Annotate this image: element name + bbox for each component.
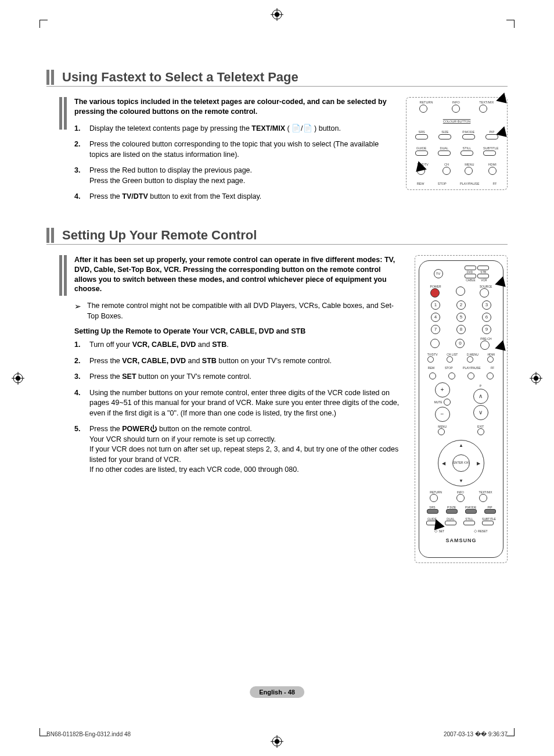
- side-bars-icon: [59, 97, 67, 130]
- crop-mark: [39, 20, 48, 28]
- stop-button-icon: [448, 372, 455, 379]
- tv-mode-button: TV: [434, 269, 443, 278]
- step-1: Turn off your VCR, CABLE, DVD and STB.: [74, 340, 403, 350]
- pmode-button-icon: [462, 134, 475, 139]
- print-footer: BN68-01182B-Eng-0312.indd 48 2007-03-13 …: [46, 731, 508, 737]
- svg-point-15: [534, 376, 538, 381]
- info-button-icon: [456, 494, 465, 502]
- step-4: Using the number buttons on your remote …: [74, 388, 403, 419]
- registration-mark-icon: [271, 8, 283, 21]
- cable-mode-button: [465, 274, 476, 278]
- section2-body: After it has been set up properly, your …: [46, 255, 508, 563]
- menu-button-icon: [465, 167, 473, 175]
- hdmi-button-icon: [487, 356, 494, 363]
- step-3: Press the SET button on your TV's remote…: [74, 372, 403, 382]
- prech-button-icon: [480, 341, 490, 350]
- step-2: Press the VCR, CABLE, DVD and STB button…: [74, 356, 403, 367]
- dual-button-icon: [445, 521, 456, 525]
- source-button-icon: [480, 288, 489, 298]
- num-9: 9: [482, 325, 491, 334]
- dmenu-button-icon: [467, 356, 473, 363]
- remote-snippet-figure: RETURN INFO TEXT/MIX COLOUR BUTTON SRS S…: [406, 97, 508, 208]
- guide-button-icon: [415, 151, 428, 156]
- pmode-button-icon: [465, 509, 477, 514]
- remote-body: TV DVDSTB CABLEVCR POWER SOURCE 123: [419, 260, 503, 558]
- heading-text: Setting Up Your Remote Control: [62, 228, 257, 243]
- power-button-icon: [430, 288, 440, 298]
- remote-full-figure: TV DVDSTB CABLEVCR POWER SOURCE 123: [415, 255, 508, 563]
- svg-point-3: [275, 12, 279, 17]
- enter-ok-button: ENTER /OK: [452, 454, 470, 472]
- num-5: 5: [456, 313, 466, 322]
- section1-intro: The various topics included in the telet…: [74, 97, 394, 117]
- srs-button-icon: [415, 134, 428, 139]
- ff-button-icon: [487, 372, 494, 379]
- num-1: 1: [431, 300, 440, 310]
- section2-steps: Turn off your VCR, CABLE, DVD and STB. P…: [74, 340, 403, 475]
- textmix-button-icon: [479, 494, 487, 502]
- vol-up-button: +: [435, 382, 450, 397]
- exit-button-icon: [477, 428, 484, 435]
- registration-mark-icon: [12, 372, 24, 385]
- still-button-icon: [463, 521, 475, 525]
- return-button-icon: [419, 105, 427, 113]
- info-button-icon: [452, 105, 460, 113]
- rew-button-icon: [429, 372, 436, 379]
- footer-left: BN68-01182B-Eng-0312.indd 48: [46, 731, 131, 737]
- chlist-button-icon: [447, 356, 453, 363]
- dash-button-icon: [430, 339, 440, 348]
- psize-button-icon: [446, 509, 458, 514]
- section1-body: The various topics included in the telet…: [46, 97, 508, 208]
- step-2: Press the coloured button corresponding …: [74, 139, 394, 160]
- srs-button-icon: [427, 509, 438, 514]
- num-6: 6: [482, 313, 491, 322]
- svg-point-7: [275, 739, 279, 744]
- stb-mode-button: [477, 266, 489, 270]
- textmix-button-icon: [479, 105, 487, 113]
- button-icon: [456, 286, 465, 296]
- colour-button-label: COLOUR BUTTON: [410, 120, 503, 124]
- step-1: Display the teletext contents page by pr…: [74, 124, 394, 134]
- section2-intro: After it has been set up properly, your …: [74, 255, 403, 295]
- brand-logo: SAMSUNG: [445, 538, 476, 543]
- subtitle-button-icon: [482, 521, 494, 525]
- dpad: ▲ ▼ ◀ ▶ ENTER /OK: [438, 440, 484, 486]
- mute-button-icon: [444, 399, 451, 406]
- ch-button-icon: [443, 167, 451, 175]
- size-button-icon: [438, 134, 451, 139]
- ch-down-button: ∨: [473, 405, 488, 420]
- compatibility-note: ➢ The remote control might not be compat…: [74, 301, 403, 321]
- num-0: 0: [455, 339, 465, 348]
- ch-up-button: ∧: [473, 389, 488, 404]
- num-8: 8: [456, 325, 466, 334]
- return-button-icon: [430, 494, 438, 502]
- vcr-mode-button: [477, 274, 489, 278]
- arrow-left-icon: ◀: [442, 460, 445, 465]
- num-4: 4: [431, 313, 440, 322]
- arrow-up-icon: ▲: [459, 443, 463, 448]
- section-heading-remote-setup: Setting Up Your Remote Control: [46, 228, 508, 245]
- step-5: Press the POWER⏻ button on the remote co…: [74, 424, 403, 475]
- registration-mark-icon: [530, 372, 542, 385]
- num-3: 3: [482, 300, 491, 310]
- crop-mark: [506, 20, 515, 28]
- play-button-icon: [467, 372, 474, 379]
- menu-button-icon: [438, 428, 445, 435]
- tvdtv-button-icon: [427, 356, 434, 363]
- still-button-icon: [461, 151, 473, 156]
- crop-mark: [506, 728, 515, 736]
- arrow-down-icon: ▼: [459, 478, 463, 483]
- power-icon: ⏻: [150, 425, 157, 433]
- dvd-mode-button: [465, 266, 476, 270]
- step-3: Press the Red button to display the prev…: [74, 166, 394, 186]
- section1-steps: Display the teletext contents page by pr…: [74, 124, 394, 202]
- svg-point-11: [16, 376, 20, 381]
- page-number-pill: English - 48: [250, 686, 304, 698]
- heading-text: Using Fastext to Select a Teletext Page: [62, 70, 298, 85]
- side-bars-icon: [59, 255, 67, 296]
- page-content: Using Fastext to Select a Teletext Page …: [46, 70, 508, 721]
- arrow-right-icon: ▶: [477, 460, 480, 465]
- num-2: 2: [456, 300, 466, 310]
- note-icon: ➢: [74, 301, 81, 321]
- vol-down-button: −: [435, 407, 450, 422]
